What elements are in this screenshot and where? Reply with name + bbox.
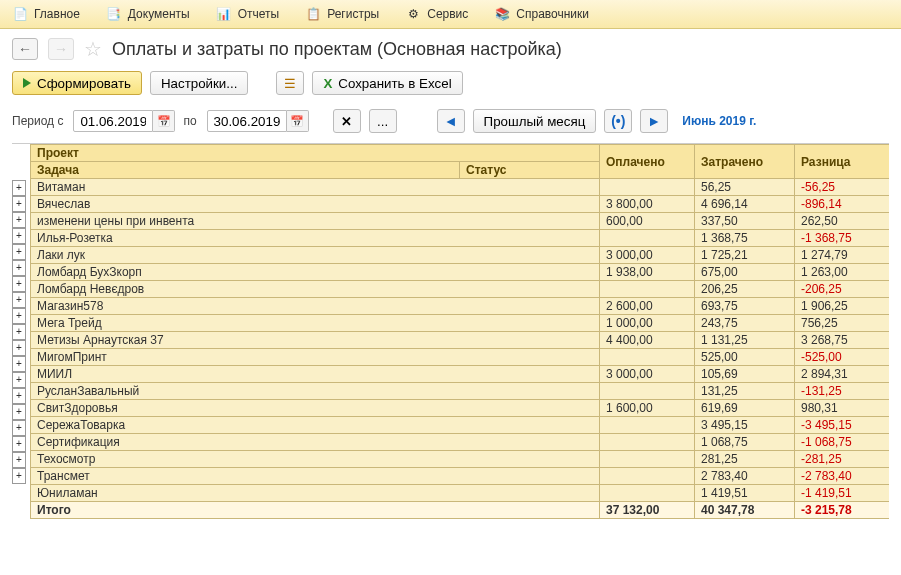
expand-toggle[interactable]: +: [12, 420, 26, 436]
menu-item-main[interactable]: 📄 Главное: [8, 4, 84, 24]
forward-button[interactable]: →: [48, 38, 74, 60]
table-row[interactable]: Илья-Розетка1 368,75-1 368,75: [31, 230, 890, 247]
expand-toggle[interactable]: +: [12, 228, 26, 244]
expand-toggle[interactable]: +: [12, 452, 26, 468]
expand-toggle[interactable]: +: [12, 276, 26, 292]
table-row[interactable]: Витаман56,25-56,25: [31, 179, 890, 196]
expand-toggle[interactable]: +: [12, 324, 26, 340]
header-diff: Разница: [795, 145, 890, 179]
expand-toggle[interactable]: +: [12, 404, 26, 420]
expand-toggle[interactable]: +: [12, 196, 26, 212]
cell-project: Юниламан: [31, 485, 600, 502]
cell-diff: 262,50: [795, 213, 890, 230]
cell-spent: 693,75: [695, 298, 795, 315]
table-row[interactable]: Юниламан1 419,51-1 419,51: [31, 485, 890, 502]
menu-item-registers[interactable]: 📋 Регистры: [301, 4, 383, 24]
expand-toggle[interactable]: +: [12, 244, 26, 260]
menu-label: Отчеты: [238, 7, 279, 21]
cell-project: МигомПринт: [31, 349, 600, 366]
cell-spent: 131,25: [695, 383, 795, 400]
cell-paid: [600, 468, 695, 485]
close-icon: ✕: [341, 114, 352, 129]
expand-toggle[interactable]: +: [12, 212, 26, 228]
cell-total-spent: 40 347,78: [695, 502, 795, 519]
list-icon: ☰: [284, 76, 296, 91]
cell-paid: 600,00: [600, 213, 695, 230]
period-to-label: по: [183, 114, 198, 128]
menu-item-catalogs[interactable]: 📚 Справочники: [490, 4, 593, 24]
cell-project: СвитЗдоровья: [31, 400, 600, 417]
expand-toggle[interactable]: +: [12, 308, 26, 324]
period-row: Период с 📅 по 📅 ✕ ... ◄ Прошлый месяц (•…: [12, 109, 889, 133]
table-row[interactable]: Мега Трейд1 000,00243,75756,25: [31, 315, 890, 332]
cell-spent: 105,69: [695, 366, 795, 383]
cell-project: Ломбард Невєдров: [31, 281, 600, 298]
table-row[interactable]: Лаки лук3 000,001 725,211 274,79: [31, 247, 890, 264]
cell-spent: 206,25: [695, 281, 795, 298]
expand-toggle[interactable]: +: [12, 372, 26, 388]
table-row[interactable]: СережаТоварка3 495,15-3 495,15: [31, 417, 890, 434]
calendar-to-icon[interactable]: 📅: [287, 110, 309, 132]
expand-toggle[interactable]: +: [12, 260, 26, 276]
expand-toggle[interactable]: +: [12, 356, 26, 372]
cell-paid: 1 600,00: [600, 400, 695, 417]
table-row[interactable]: Сертификация1 068,75-1 068,75: [31, 434, 890, 451]
cell-diff: -1 068,75: [795, 434, 890, 451]
form-button[interactable]: Сформировать: [12, 71, 142, 95]
date-to-input[interactable]: [207, 110, 287, 132]
header-task: Задача: [31, 162, 460, 179]
menu-item-reports[interactable]: 📊 Отчеты: [212, 4, 283, 24]
cell-diff: -206,25: [795, 281, 890, 298]
gear-icon: ⚙: [405, 6, 421, 22]
table-row[interactable]: Ломбард БухЗкорп1 938,00675,001 263,00: [31, 264, 890, 281]
table-row[interactable]: МИИЛ3 000,00105,692 894,31: [31, 366, 890, 383]
table-row[interactable]: Магазин5782 600,00693,751 906,25: [31, 298, 890, 315]
expand-toggle[interactable]: +: [12, 292, 26, 308]
back-button[interactable]: ←: [12, 38, 38, 60]
expand-toggle[interactable]: +: [12, 180, 26, 196]
clear-period-button[interactable]: ✕: [333, 109, 361, 133]
save-excel-button[interactable]: X Сохранить в Excel: [312, 71, 462, 95]
table-row[interactable]: Ломбард Невєдров206,25-206,25: [31, 281, 890, 298]
cell-paid: [600, 179, 695, 196]
table-row[interactable]: СвитЗдоровья1 600,00619,69980,31: [31, 400, 890, 417]
cell-diff: -1 368,75: [795, 230, 890, 247]
variants-button[interactable]: ☰: [276, 71, 304, 95]
next-period-button[interactable]: ►: [640, 109, 668, 133]
period-more-button[interactable]: ...: [369, 109, 397, 133]
cell-paid: 3 000,00: [600, 247, 695, 264]
cell-project: Вячеслав: [31, 196, 600, 213]
cell-spent: 4 696,14: [695, 196, 795, 213]
table-row[interactable]: Метизы Арнаутская 374 400,001 131,253 26…: [31, 332, 890, 349]
table-row[interactable]: Техосмотр281,25-281,25: [31, 451, 890, 468]
calendar-from-icon[interactable]: 📅: [153, 110, 175, 132]
form-button-label: Сформировать: [37, 76, 131, 91]
cell-diff: 2 894,31: [795, 366, 890, 383]
table-row[interactable]: изменени цены при инвента600,00337,50262…: [31, 213, 890, 230]
expand-toggle[interactable]: +: [12, 468, 26, 484]
cell-spent: 2 783,40: [695, 468, 795, 485]
table-row[interactable]: МигомПринт525,00-525,00: [31, 349, 890, 366]
settings-button[interactable]: Настройки...: [150, 71, 248, 95]
table-row[interactable]: Трансмет2 783,40-2 783,40: [31, 468, 890, 485]
period-picker-button[interactable]: (•): [604, 109, 632, 133]
prev-month-button[interactable]: Прошлый месяц: [473, 109, 597, 133]
cell-spent: 1 131,25: [695, 332, 795, 349]
cell-paid: [600, 417, 695, 434]
expand-toggle[interactable]: +: [12, 436, 26, 452]
prev-period-button[interactable]: ◄: [437, 109, 465, 133]
table-row[interactable]: Вячеслав3 800,004 696,14-896,14: [31, 196, 890, 213]
excel-icon: X: [323, 76, 332, 91]
page-title: Оплаты и затраты по проектам (Основная н…: [112, 39, 562, 60]
expand-toggle[interactable]: +: [12, 388, 26, 404]
expand-toggle[interactable]: +: [12, 340, 26, 356]
date-from-input[interactable]: [73, 110, 153, 132]
menu-item-documents[interactable]: 📑 Документы: [102, 4, 194, 24]
table-row[interactable]: РусланЗавальный131,25-131,25: [31, 383, 890, 400]
cell-project: Техосмотр: [31, 451, 600, 468]
menu-label: Документы: [128, 7, 190, 21]
menu-item-service[interactable]: ⚙ Сервис: [401, 4, 472, 24]
favorite-star-icon[interactable]: ☆: [84, 37, 102, 61]
ellipsis-icon: ...: [377, 114, 388, 129]
cell-spent: 243,75: [695, 315, 795, 332]
